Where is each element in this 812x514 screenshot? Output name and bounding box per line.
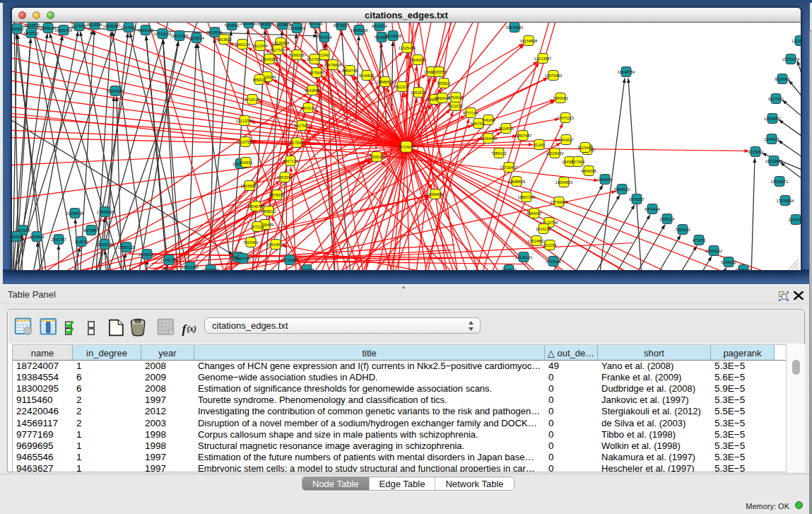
svg-text:10958107: 10958107	[139, 252, 156, 257]
svg-text:1571648: 1571648	[299, 268, 314, 271]
svg-text:1913614: 1913614	[501, 268, 517, 271]
svg-text:746266: 746266	[482, 118, 495, 122]
svg-text:7663812: 7663812	[224, 23, 240, 28]
svg-text:11125419: 11125419	[792, 39, 801, 43]
svg-text:12213967: 12213967	[534, 57, 552, 61]
svg-text:25300203: 25300203	[368, 155, 386, 159]
svg-text:8813055: 8813055	[258, 23, 273, 26]
svg-text:6679197: 6679197	[629, 197, 645, 201]
svg-text:3675685: 3675685	[309, 71, 324, 75]
svg-text:11325419: 11325419	[399, 46, 416, 50]
svg-text:7515524: 7515524	[189, 36, 204, 40]
svg-text:23676608: 23676608	[324, 63, 342, 67]
svg-text:1353594: 1353594	[277, 175, 293, 180]
svg-text:19756928: 19756928	[551, 200, 568, 204]
svg-text:1156829: 1156829	[29, 235, 44, 239]
svg-text:15716485: 15716485	[281, 258, 299, 262]
svg-text:10025433: 10025433	[546, 151, 564, 156]
svg-text:10223466: 10223466	[202, 268, 220, 271]
svg-text:8186328: 8186328	[289, 53, 305, 57]
svg-text:16154838: 16154838	[520, 39, 538, 43]
svg-text:7357224: 7357224	[317, 35, 332, 40]
svg-text:8427552: 8427552	[294, 124, 310, 128]
svg-text:19166827: 19166827	[241, 184, 259, 188]
svg-text:4267130: 4267130	[283, 159, 298, 163]
svg-text:9527503: 9527503	[270, 48, 286, 52]
svg-text:16046788: 16046788	[247, 204, 265, 209]
svg-text:10807487: 10807487	[514, 134, 532, 138]
svg-text:1621072: 1621072	[447, 104, 463, 108]
svg-text:9684067: 9684067	[526, 211, 542, 216]
svg-text:1527602: 1527602	[121, 25, 136, 30]
svg-text:6794028: 6794028	[448, 95, 464, 100]
svg-text:1405572: 1405572	[23, 31, 39, 35]
svg-text:9227342: 9227342	[768, 97, 784, 101]
svg-text:3912954: 3912954	[252, 44, 268, 48]
svg-text:9975887: 9975887	[83, 228, 99, 233]
svg-text:16107553: 16107553	[237, 140, 254, 144]
svg-text:15692971: 15692971	[771, 180, 789, 184]
svg-text:7832621: 7832621	[675, 228, 690, 232]
svg-text:2803144: 2803144	[300, 106, 316, 110]
svg-text:16033810: 16033810	[240, 23, 258, 25]
svg-text:17957223: 17957223	[118, 245, 136, 250]
svg-text:9146821: 9146821	[359, 74, 375, 78]
svg-text:10654112: 10654112	[705, 249, 722, 253]
svg-text:18807249: 18807249	[518, 195, 536, 199]
svg-text:(x): (x)	[187, 325, 197, 334]
svg-text:1546: 1546	[320, 53, 329, 57]
svg-text:18724007: 18724007	[398, 145, 416, 149]
svg-text:955812: 955812	[437, 81, 451, 86]
svg-text:21364456: 21364456	[480, 136, 498, 141]
svg-text:20876682: 20876682	[506, 25, 524, 30]
svg-text:2935114: 2935114	[659, 217, 674, 221]
svg-text:1095558: 1095558	[431, 70, 447, 74]
svg-text:1640954: 1640954	[597, 177, 613, 182]
svg-text:9245012: 9245012	[736, 268, 751, 271]
svg-text:16033809: 16033809	[288, 26, 306, 30]
svg-text:3624554: 3624554	[498, 127, 514, 131]
svg-text:15720407: 15720407	[500, 165, 518, 170]
svg-text:8813057: 8813057	[334, 23, 349, 28]
svg-text:9245652: 9245652	[721, 260, 736, 264]
svg-text:471676: 471676	[693, 238, 706, 243]
svg-text:9329966: 9329966	[775, 77, 790, 81]
svg-text:16210643: 16210643	[765, 159, 783, 163]
svg-text:9457791: 9457791	[235, 257, 251, 261]
svg-text:39159: 39159	[12, 235, 22, 239]
svg-text:17016504: 17016504	[777, 199, 794, 203]
svg-text:9115460: 9115460	[577, 146, 592, 150]
svg-text:20206538: 20206538	[66, 211, 84, 216]
svg-text:6466160: 6466160	[138, 28, 153, 33]
svg-text:14136141: 14136141	[515, 255, 533, 259]
svg-text:18640910: 18640910	[409, 58, 427, 62]
svg-text:20691406: 20691406	[55, 28, 73, 33]
svg-text:16671355: 16671355	[171, 34, 189, 38]
svg-text:9474444: 9474444	[645, 207, 660, 211]
svg-text:7986322: 7986322	[491, 151, 507, 156]
svg-text:654932: 654932	[240, 160, 253, 165]
svg-text:1615132: 1615132	[536, 227, 551, 231]
svg-text:1733426: 1733426	[546, 259, 561, 264]
svg-text:10719155: 10719155	[154, 32, 172, 36]
svg-text:7625402: 7625402	[243, 240, 259, 245]
svg-text:16543382: 16543382	[261, 57, 278, 62]
svg-text:15886520: 15886520	[377, 80, 394, 84]
svg-text:19218506: 19218506	[384, 34, 402, 38]
svg-text:15751074: 15751074	[782, 57, 800, 62]
svg-text:1167533: 1167533	[788, 218, 801, 222]
svg-text:1498222: 1498222	[261, 209, 276, 214]
svg-text:7357225: 7357225	[307, 23, 323, 25]
svg-text:12503135: 12503135	[96, 243, 114, 247]
svg-text:9218506: 9218506	[207, 30, 223, 35]
svg-text:8878352: 8878352	[269, 193, 285, 197]
svg-text:417006: 417006	[290, 141, 304, 145]
svg-text:17559928: 17559928	[97, 210, 114, 214]
svg-text:2942757: 2942757	[51, 238, 66, 242]
svg-text:989023: 989023	[253, 78, 266, 82]
svg-text:1244415: 1244415	[764, 137, 779, 141]
svg-text:7663822: 7663822	[216, 37, 232, 42]
svg-text:3215953: 3215953	[748, 150, 763, 154]
svg-text:5958923: 5958923	[614, 187, 630, 192]
svg-text:157214: 157214	[251, 225, 264, 229]
